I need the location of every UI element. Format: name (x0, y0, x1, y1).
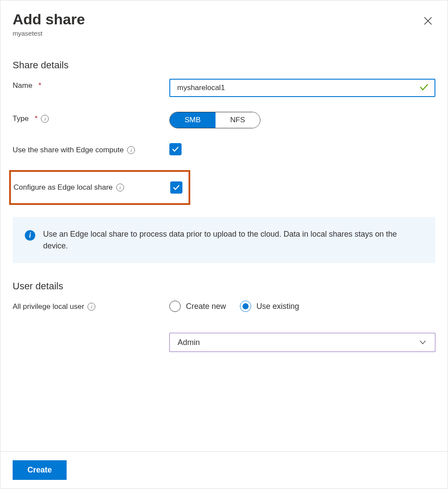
type-option-nfs[interactable]: NFS (216, 112, 260, 128)
radio-use-existing-label: Use existing (256, 302, 299, 311)
radio-create-new[interactable]: Create new (169, 301, 226, 312)
edge-compute-label: Use the share with Edge compute (13, 146, 124, 154)
type-row: Type * i SMB NFS (13, 112, 435, 128)
panel-header: Add share myasetest (13, 11, 435, 37)
add-share-panel: Add share myasetest Share details Name * (0, 0, 448, 489)
info-icon[interactable]: i (127, 146, 135, 154)
user-details-heading: User details (13, 281, 435, 292)
type-option-smb[interactable]: SMB (170, 112, 216, 128)
chevron-down-icon (418, 338, 427, 347)
panel-footer: Create (0, 451, 448, 489)
valid-check-icon (419, 82, 429, 94)
privilege-row: All privilege local user i Create new Us… (13, 300, 435, 352)
create-button[interactable]: Create (13, 460, 67, 480)
radio-create-new-label: Create new (186, 302, 226, 311)
type-label: Type (13, 114, 29, 123)
page-subtitle: myasetest (13, 30, 85, 37)
info-icon[interactable]: i (88, 303, 95, 311)
name-label: Name (13, 81, 32, 90)
close-icon (423, 16, 433, 26)
local-share-checkbox[interactable] (170, 181, 182, 194)
required-indicator: * (38, 81, 41, 90)
close-button[interactable] (421, 13, 435, 28)
info-badge-icon: i (25, 230, 35, 241)
check-icon (172, 184, 180, 191)
user-select[interactable]: Admin (169, 333, 435, 352)
page-title: Add share (13, 11, 85, 28)
radio-dot-icon (240, 301, 251, 312)
local-share-label: Configure as Edge local share (13, 183, 113, 192)
check-icon (172, 145, 179, 153)
info-icon[interactable]: i (116, 184, 124, 191)
required-indicator: * (35, 114, 38, 123)
share-details-heading: Share details (13, 60, 435, 71)
info-banner: i Use an Edge local share to process dat… (13, 217, 435, 263)
name-input[interactable] (169, 79, 435, 97)
panel-content: Add share myasetest Share details Name * (0, 0, 448, 451)
radio-use-existing[interactable]: Use existing (240, 301, 299, 312)
info-banner-text: Use an Edge local share to process data … (43, 228, 423, 252)
radio-dot-icon (169, 301, 181, 312)
user-select-value: Admin (178, 338, 200, 347)
privilege-label: All privilege local user (13, 302, 84, 311)
type-segmented: SMB NFS (169, 112, 260, 128)
info-icon[interactable]: i (41, 115, 49, 123)
local-share-highlight: Configure as Edge local share i (9, 170, 190, 205)
edge-compute-checkbox[interactable] (169, 143, 182, 155)
edge-compute-row: Use the share with Edge compute i (13, 143, 435, 155)
name-row: Name * (13, 79, 435, 97)
user-radio-group: Create new Use existing (169, 300, 435, 312)
